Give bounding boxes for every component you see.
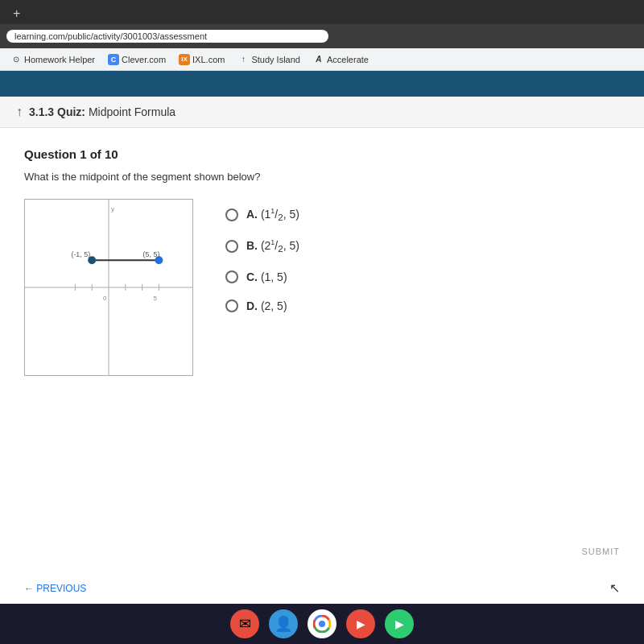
answer-label-b: B. (21/2, 5) (246, 238, 299, 254)
bookmark-study-island[interactable]: ↑ Study Island (233, 52, 304, 67)
address-bar-row: learning.com/public/activity/3001003/ass… (0, 24, 644, 48)
radio-a[interactable] (225, 208, 238, 221)
answer-label-d: D. (2, 5) (246, 299, 287, 312)
radio-d[interactable] (225, 299, 238, 312)
clever-icon: C (108, 54, 119, 65)
answer-option-b[interactable]: B. (21/2, 5) (225, 238, 299, 254)
svg-point-14 (319, 621, 325, 627)
point2-label: (5, 5) (143, 250, 160, 258)
bookmark-homework-helper-label: Homework Helper (24, 55, 95, 64)
study-island-icon: ↑ (237, 54, 249, 65)
cursor-indicator: ↖ (609, 580, 620, 596)
bookmark-accelerate-label: Accelerate (327, 55, 369, 64)
bookmark-clever-label: Clever.com (122, 55, 166, 64)
submit-button[interactable]: SUBMIT (581, 547, 620, 556)
coordinate-graph: (-1, 5) (5, 5) 0 5 y (25, 200, 192, 375)
bookmark-ixl[interactable]: IX IXL.com (175, 52, 229, 67)
radio-b[interactable] (225, 240, 238, 253)
svg-text:5: 5 (153, 295, 157, 302)
answer-option-c[interactable]: C. (1, 5) (225, 270, 299, 283)
bottom-area: SUBMIT (0, 530, 644, 572)
taskbar: ✉ 👤 ▶ ▶ (0, 604, 644, 644)
bookmark-study-island-label: Study Island (251, 55, 300, 64)
radio-c[interactable] (225, 270, 238, 283)
svg-text:y: y (111, 205, 114, 213)
quiz-icon: ↑ (16, 105, 23, 119)
taskbar-chrome-icon[interactable] (308, 609, 336, 638)
taskbar-mail-icon[interactable]: ✉ (230, 609, 259, 638)
new-tab-button[interactable]: + (6, 5, 27, 23)
bookmark-ixl-label: IXL.com (192, 55, 225, 64)
browser-chrome: + learning.com/public/activity/3001003/a… (0, 0, 644, 71)
ixl-icon: IX (179, 54, 190, 65)
bookmark-clever[interactable]: C Clever.com (104, 52, 170, 67)
taskbar-play-icon[interactable]: ▶ (385, 609, 414, 638)
previous-button[interactable]: ← PREVIOUS (24, 583, 86, 594)
site-header (0, 71, 644, 97)
question-text: What is the midpoint of the segment show… (24, 171, 620, 183)
bookmarks-bar: ⊙ Homework Helper C Clever.com IX IXL.co… (0, 48, 644, 71)
main-content: Question 1 of 10 What is the midpoint of… (0, 128, 644, 530)
answer-label-c: C. (1, 5) (246, 270, 287, 283)
quiz-header: ↑ 3.1.3 Quiz: Midpoint Formula (0, 97, 644, 128)
quiz-breadcrumb: 3.1.3 Quiz: Midpoint Formula (29, 105, 175, 118)
answer-option-d[interactable]: D. (2, 5) (225, 299, 299, 312)
taskbar-youtube-icon[interactable]: ▶ (346, 609, 375, 638)
answer-choices: A. (11/2, 5) B. (21/2, 5) C. (1, 5) D. (… (225, 199, 299, 312)
answer-label-a: A. (11/2, 5) (246, 207, 299, 222)
question-header: Question 1 of 10 (24, 147, 620, 161)
bookmark-accelerate[interactable]: A Accelerate (309, 52, 373, 67)
address-bar[interactable]: learning.com/public/activity/3001003/ass… (6, 30, 328, 43)
point1-label: (-1, 5) (71, 250, 90, 258)
question-area: (-1, 5) (5, 5) 0 5 y A. (11/2, 5) B. (21… (24, 199, 620, 376)
homework-helper-icon: ⊙ (10, 54, 22, 65)
bookmark-homework-helper[interactable]: ⊙ Homework Helper (6, 52, 99, 67)
taskbar-user-icon[interactable]: 👤 (269, 609, 298, 638)
svg-text:0: 0 (103, 295, 107, 302)
graph-container: (-1, 5) (5, 5) 0 5 y (24, 199, 193, 376)
tab-bar: + (0, 0, 644, 24)
accelerate-icon: A (313, 54, 324, 65)
answer-option-a[interactable]: A. (11/2, 5) (225, 207, 299, 222)
